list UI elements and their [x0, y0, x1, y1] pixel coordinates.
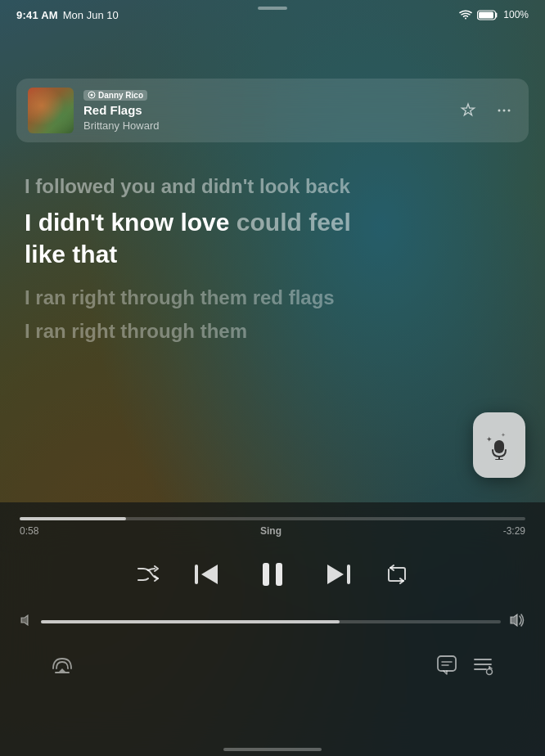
mic-svg: ✦ ✦: [486, 430, 512, 460]
svg-text:✦: ✦: [486, 435, 493, 443]
app-container: 9:41 AM Mon Jun 10 100%: [0, 0, 545, 756]
volume-high-svg: [509, 614, 525, 627]
wifi-icon: [459, 10, 472, 20]
lyrics-button[interactable]: [429, 647, 465, 683]
svg-rect-1: [479, 11, 493, 18]
dj-badge: Danny Rico: [83, 90, 147, 101]
shuffle-button[interactable]: [133, 560, 163, 589]
progress-fill: [20, 517, 126, 520]
track-title: Red Flags: [83, 103, 455, 118]
lyric-active-line2: like that: [25, 241, 117, 268]
pause-button[interactable]: [251, 553, 294, 596]
progress-times: 0:58 Sing -3:29: [20, 525, 525, 537]
drag-indicator: [258, 7, 287, 10]
dj-icon: [88, 91, 96, 99]
dj-name: Danny Rico: [98, 91, 143, 100]
star-button[interactable]: [455, 97, 481, 124]
lyric-future-2: I ran right through them: [25, 318, 520, 344]
volume-high-icon: [509, 614, 525, 629]
album-art-inner: [28, 88, 74, 133]
playback-controls: [20, 553, 525, 596]
airplay-button[interactable]: [44, 647, 80, 683]
svg-marker-17: [511, 614, 517, 626]
lyric-past-1: I followed you and didn't look back: [25, 173, 520, 200]
status-date: Mon Jun 10: [63, 9, 119, 21]
status-bar: 9:41 AM Mon Jun 10 100%: [0, 0, 545, 29]
previous-icon: [193, 562, 221, 587]
svg-rect-19: [438, 656, 456, 671]
shuffle-icon: [137, 565, 160, 583]
lyrics-section: I followed you and didn't look back I di…: [0, 157, 545, 502]
mic-button[interactable]: ✦ ✦: [473, 412, 525, 478]
repeat-icon: [385, 565, 408, 584]
repeat-button[interactable]: [382, 560, 412, 589]
lyric-active-highlight: I didn't know love: [25, 209, 236, 236]
volume-fill: [41, 620, 340, 623]
svg-rect-9: [494, 440, 504, 453]
airplay-icon: [50, 654, 74, 677]
svg-rect-15: [347, 565, 350, 584]
status-right: 100%: [459, 9, 529, 20]
status-time: 9:41 AM: [16, 9, 58, 21]
next-button[interactable]: [320, 556, 356, 592]
lyrics-icon: [435, 654, 458, 677]
next-icon: [324, 562, 352, 587]
lyric-active-dim: could feel: [236, 209, 351, 236]
svg-point-5: [503, 110, 506, 112]
svg-point-6: [508, 110, 511, 112]
track-info: Danny Rico Red Flags Brittany Howard: [74, 90, 455, 132]
svg-point-3: [91, 94, 93, 97]
card-actions: [455, 97, 517, 124]
more-button[interactable]: [491, 97, 517, 124]
time-remaining: -3:29: [503, 525, 525, 537]
track-artist: Brittany Howard: [83, 119, 455, 132]
svg-rect-18: [55, 672, 70, 673]
home-indicator: [223, 748, 322, 751]
progress-section: 0:58 Sing -3:29: [20, 502, 525, 537]
svg-marker-16: [21, 615, 28, 625]
mic-icon-container: ✦ ✦: [486, 430, 512, 460]
lyric-future-1: I ran right through them red flags: [25, 285, 520, 311]
svg-rect-12: [195, 565, 198, 584]
previous-button[interactable]: [189, 556, 225, 592]
bottom-toolbar: [20, 634, 525, 700]
volume-bar[interactable]: [41, 620, 501, 623]
more-icon: [495, 101, 513, 119]
pause-icon: [253, 555, 292, 594]
player-controls: 0:58 Sing -3:29: [0, 502, 545, 756]
dj-label-row: Danny Rico: [83, 90, 455, 101]
queue-icon: [471, 654, 494, 677]
svg-text:✦: ✦: [501, 432, 506, 438]
progress-bar[interactable]: [20, 517, 525, 520]
volume-low-svg: [20, 614, 33, 626]
svg-point-23: [487, 669, 493, 675]
album-art: [28, 88, 74, 133]
svg-point-4: [498, 110, 501, 112]
svg-rect-14: [276, 563, 282, 586]
now-playing-card: Danny Rico Red Flags Brittany Howard: [16, 79, 529, 142]
battery-icon: [477, 10, 498, 20]
volume-section: [20, 614, 525, 629]
volume-low-icon: [20, 614, 33, 628]
time-mode: Sing: [260, 525, 282, 537]
queue-button[interactable]: [465, 647, 501, 683]
star-icon: [459, 101, 477, 119]
time-elapsed: 0:58: [20, 525, 38, 537]
svg-rect-13: [263, 563, 269, 586]
lyric-active: I didn't know love could feel like that: [25, 206, 520, 270]
battery-percentage: 100%: [503, 9, 529, 20]
